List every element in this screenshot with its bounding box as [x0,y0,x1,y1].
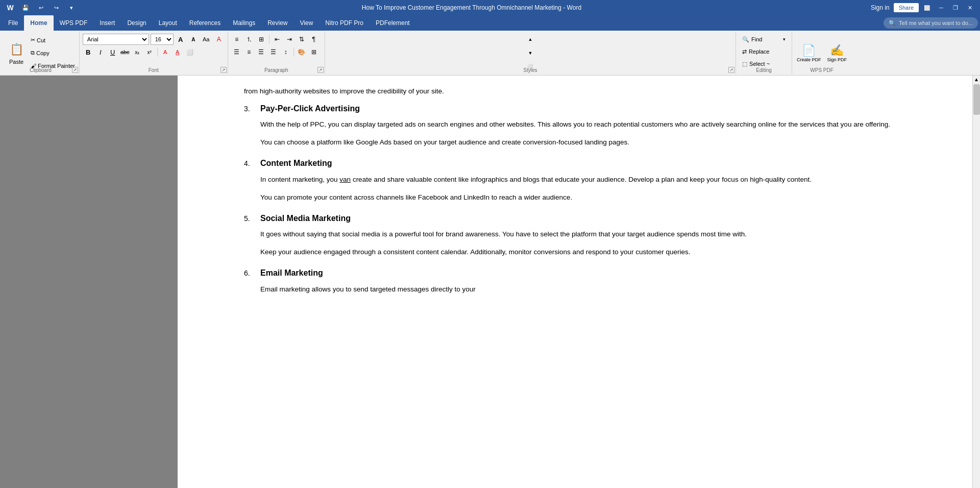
align-row: ☰ ≡ ☰ ☰ ↕ 🎨 ⊞ [231,46,322,58]
copy-button[interactable]: ⧉ Copy [29,48,77,57]
styles-down-btn[interactable]: ▼ [525,47,536,59]
underline-btn[interactable]: U [107,46,118,58]
numbering-btn[interactable]: ⒈ [243,34,255,45]
font-divider [157,47,158,57]
left-margin [0,76,178,488]
tab-pdfelement[interactable]: PDFelement [370,15,416,31]
replace-icon: ⇄ [742,48,747,55]
show-marks-btn[interactable]: ¶ [308,34,320,45]
section-5-title: Social Media Marketing [260,212,351,225]
section-3-header: 3. Pay-Per-Click Advertising [244,102,926,115]
align-left-btn[interactable]: ☰ [231,46,242,58]
close-btn[interactable]: ✕ [964,2,976,14]
justify-btn[interactable]: ☰ [268,46,279,58]
replace-button[interactable]: ⇄ Replace [739,46,789,57]
section-4-para-2: You can promote your content across chan… [260,192,926,204]
find-icon: 🔍 [742,36,749,43]
multilevel-btn[interactable]: ⊞ [256,34,267,45]
styles-up-btn[interactable]: ▲ [525,34,536,45]
strikethrough-btn[interactable]: abc [119,46,131,58]
section-5-para-2: Keep your audience engaged through a con… [260,247,926,258]
decrease-indent-btn[interactable]: ⇤ [272,34,283,45]
search-placeholder: Tell me what you want to do... [899,20,973,26]
section-3-title: Pay-Per-Click Advertising [260,102,360,115]
shading-para-btn[interactable]: 🎨 [296,46,307,58]
section-4-title: Content Marketing [260,157,332,170]
cut-button[interactable]: ✂ Cut [29,36,77,44]
line-spacing-btn[interactable]: ↕ [280,46,291,58]
font-size-select[interactable]: 16 [151,34,174,45]
customize-btn[interactable]: ▾ [65,2,78,14]
tab-nitro-pdf[interactable]: Nitro PDF Pro [319,15,370,31]
tab-home[interactable]: Home [24,15,53,31]
document-area[interactable]: from high-authority websites to improve … [178,76,972,488]
section-4-body: In content marketing, you van create and… [244,174,926,204]
section-6: 6. Email Marketing Email marketing allow… [244,266,926,296]
section-5-para-1: It goes without saying that social media… [260,229,926,240]
shading-btn[interactable]: ⬜ [184,46,195,58]
clipboard-expand[interactable]: ↗ [72,67,78,73]
styles-group: ¶ No Spac... ¶ No Spac... AaBbCcD Headin… [325,32,736,74]
cut-icon: ✂ [31,37,35,43]
styles-expand[interactable]: ↗ [728,67,734,73]
case-btn[interactable]: Aa [201,34,212,45]
paragraph-expand[interactable]: ↗ [317,67,324,73]
tab-design[interactable]: Design [121,15,152,31]
bold-btn[interactable]: B [83,46,94,58]
subscript-btn[interactable]: x₂ [132,46,143,58]
quick-save-btn[interactable]: 💾 [19,2,32,14]
tab-references[interactable]: References [183,15,227,31]
section-4-header: 4. Content Marketing [244,157,926,170]
document-content: from high-authority websites to improve … [178,76,972,314]
scroll-up-btn[interactable]: ▲ [973,76,980,83]
text-highlight-btn[interactable]: A [160,46,171,58]
find-button[interactable]: 🔍 Find ▾ [739,34,789,45]
font-family-select[interactable]: Arial [83,34,149,45]
tab-layout[interactable]: Layout [153,15,183,31]
section-3-body: With the help of PPC, you can display ta… [244,119,926,149]
align-center-btn[interactable]: ≡ [243,46,255,58]
tab-review[interactable]: Review [261,15,293,31]
section-3-num: 3. [244,103,256,114]
ribbon-search[interactable]: 🔍 Tell me what you want to do... [884,17,978,29]
superscript-btn[interactable]: x² [144,46,155,58]
signin-label[interactable]: Sign in [871,4,890,11]
section-4-para-1: In content marketing, you van create and… [260,174,926,186]
app-icon[interactable]: W [4,2,16,14]
scrollbar-panel: ▲ ▼ [972,76,980,488]
scrollbar-thumb[interactable] [973,84,980,115]
section-3: 3. Pay-Per-Click Advertising With the he… [244,102,926,149]
italic-btn[interactable]: I [95,46,106,58]
shrink-font-btn[interactable]: A [188,34,199,45]
main-area: from high-authority websites to improve … [0,76,980,488]
redo-btn[interactable]: ↪ [50,2,62,14]
tab-wps-pdf[interactable]: WPS PDF [54,15,94,31]
create-pdf-icon: 📄 [802,44,816,57]
clear-format-btn[interactable]: A [213,34,225,45]
tab-view[interactable]: View [294,15,320,31]
font-color-btn[interactable]: A [172,46,183,58]
tab-mailings[interactable]: Mailings [227,15,261,31]
create-pdf-btn[interactable]: 📄 Create PDF [795,42,823,64]
share-button[interactable]: Share [894,3,919,12]
section-6-para-1: Email marketing allows you to send targe… [260,284,926,296]
increase-indent-btn[interactable]: ⇥ [284,34,295,45]
clipboard-group: 📋 Paste ✂ Cut ⧉ Copy 🖌 Format Painter Cl… [2,32,80,74]
restore-btn[interactable]: ❐ [949,2,962,14]
sign-pdf-icon: ✍ [830,44,844,57]
tab-file[interactable]: File [2,15,24,31]
sort-btn[interactable]: ⇅ [296,34,307,45]
font-expand[interactable]: ↗ [220,67,227,73]
grow-font-btn[interactable]: A [175,34,186,45]
bullets-btn[interactable]: ≡ [231,34,242,45]
sign-pdf-btn[interactable]: ✍ Sign PDF [826,42,849,64]
align-right-btn[interactable]: ☰ [256,46,267,58]
borders-btn[interactable]: ⊞ [308,46,320,58]
undo-btn[interactable]: ↩ [35,2,47,14]
minimize-btn[interactable]: ─ [935,2,947,14]
tab-insert[interactable]: Insert [93,15,121,31]
editing-group: 🔍 Find ▾ ⇄ Replace ⬚ Select ~ Editing [736,32,792,74]
ribbon-display-btn[interactable]: ⬜ [921,2,933,14]
paste-button[interactable]: 📋 Paste [4,33,29,73]
search-icon: 🔍 [889,20,896,27]
